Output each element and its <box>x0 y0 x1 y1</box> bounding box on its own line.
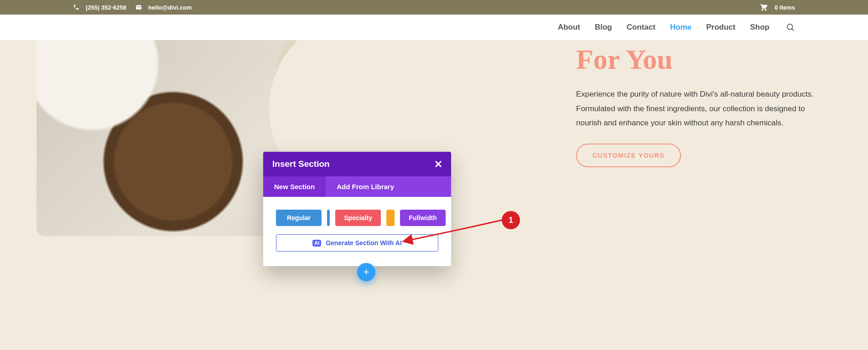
nav-item-contact[interactable]: Contact <box>627 23 655 32</box>
insert-section-modal: Insert Section New Section Add From Libr… <box>263 152 451 266</box>
modal-tabs: New Section Add From Library <box>263 176 451 197</box>
generate-section-with-ai-label: Generate Section With AI <box>326 239 402 247</box>
section-type-specialty-extra[interactable] <box>386 210 395 226</box>
nav-item-blog[interactable]: Blog <box>595 23 612 32</box>
cart-items-label[interactable]: 0 Items <box>774 4 795 11</box>
phone-icon <box>73 4 79 10</box>
search-icon[interactable] <box>786 23 795 32</box>
hero-title: For You <box>576 45 822 74</box>
hero-copy: For You Experience the purity of nature … <box>576 40 822 350</box>
modal-header: Insert Section <box>263 152 451 176</box>
nav-item-product[interactable]: Product <box>706 23 735 32</box>
mail-icon <box>135 4 142 10</box>
annotation-number: 1 <box>509 216 513 225</box>
section-type-row: Regular Specialty Fullwidth <box>276 210 438 226</box>
nav-item-about[interactable]: About <box>558 23 580 32</box>
contact-email[interactable]: hello@divi.com <box>148 4 192 11</box>
phone-number[interactable]: (255) 352-6258 <box>86 4 126 11</box>
hero-body: Experience the purity of nature with Div… <box>576 87 822 130</box>
modal-body: Regular Specialty Fullwidth AI Generate … <box>263 197 451 266</box>
nav-item-home[interactable]: Home <box>670 23 691 32</box>
section-type-regular-extra[interactable] <box>327 210 330 226</box>
svg-point-0 <box>787 24 793 30</box>
customize-yours-button[interactable]: CUSTOMIZE YOURS <box>576 144 681 167</box>
tab-add-from-library[interactable]: Add From Library <box>326 176 405 197</box>
top-utility-bar: (255) 352-6258 hello@divi.com 0 Items <box>0 0 868 15</box>
svg-line-1 <box>792 29 794 31</box>
modal-title: Insert Section <box>272 159 330 169</box>
primary-nav: About Blog Contact Home Product Shop <box>0 15 868 40</box>
section-type-regular[interactable]: Regular <box>276 210 322 226</box>
tab-new-section[interactable]: New Section <box>263 176 326 197</box>
section-type-specialty[interactable]: Specialty <box>335 210 381 226</box>
plus-icon: + <box>364 266 369 278</box>
cart-icon[interactable] <box>760 3 768 11</box>
close-icon[interactable] <box>435 160 442 168</box>
generate-section-with-ai-button[interactable]: AI Generate Section With AI <box>276 234 438 252</box>
nav-item-shop[interactable]: Shop <box>750 23 770 32</box>
add-section-fab[interactable]: + <box>357 263 375 281</box>
section-type-fullwidth[interactable]: Fullwidth <box>400 210 446 226</box>
annotation-badge: 1 <box>502 211 520 229</box>
ai-badge-icon: AI <box>312 240 321 247</box>
